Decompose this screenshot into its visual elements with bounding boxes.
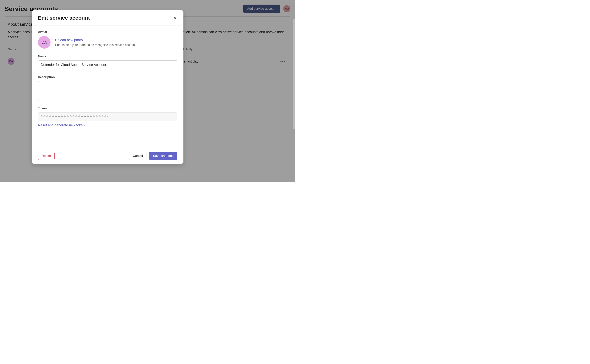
close-button[interactable] <box>172 15 177 20</box>
avatar-circle: DA <box>38 36 51 49</box>
token-label: Token <box>38 107 177 110</box>
description-field-group: Description <box>38 75 177 101</box>
avatar-text-area: Upload new photo Photos help your teamma… <box>55 38 137 47</box>
save-button[interactable]: Save changes <box>149 152 177 160</box>
modal-title: Edit service account <box>38 15 90 21</box>
delete-button[interactable]: Delete <box>38 152 54 160</box>
scroll-arrow-down-icon: ▼ <box>293 133 295 136</box>
upload-photo-link[interactable]: Upload new photo <box>55 38 137 42</box>
name-label: Name <box>38 55 177 58</box>
avatar-row: DA Upload new photo Photos help your tea… <box>38 36 177 49</box>
reset-token-link[interactable]: Reset and generate new token <box>38 123 85 127</box>
cancel-button[interactable]: Cancel <box>129 152 146 160</box>
modal-header: Edit service account <box>32 10 184 26</box>
modal-footer: Delete Cancel Save changes <box>32 148 184 164</box>
avatar-help-text: Photos help your teammates recognize thi… <box>55 43 137 47</box>
modal-overlay: ▲ ▼ Edit service account Avatar DA Uploa… <box>0 0 295 182</box>
edit-service-account-modal: Edit service account Avatar DA Upload ne… <box>32 10 184 164</box>
scroll-arrow-up-icon: ▲ <box>293 17 295 19</box>
scrollbar[interactable] <box>293 19 295 129</box>
token-input <box>38 112 177 121</box>
avatar-field-group: Avatar DA Upload new photo Photos help y… <box>38 30 177 49</box>
name-field-group: Name <box>38 55 177 69</box>
name-input[interactable] <box>38 60 177 69</box>
description-input[interactable] <box>38 81 177 100</box>
close-icon <box>173 16 177 20</box>
avatar-label: Avatar <box>38 30 177 34</box>
modal-body: Avatar DA Upload new photo Photos help y… <box>32 26 184 148</box>
token-field-group: Token Reset and generate new token <box>38 107 177 127</box>
description-label: Description <box>38 75 177 79</box>
